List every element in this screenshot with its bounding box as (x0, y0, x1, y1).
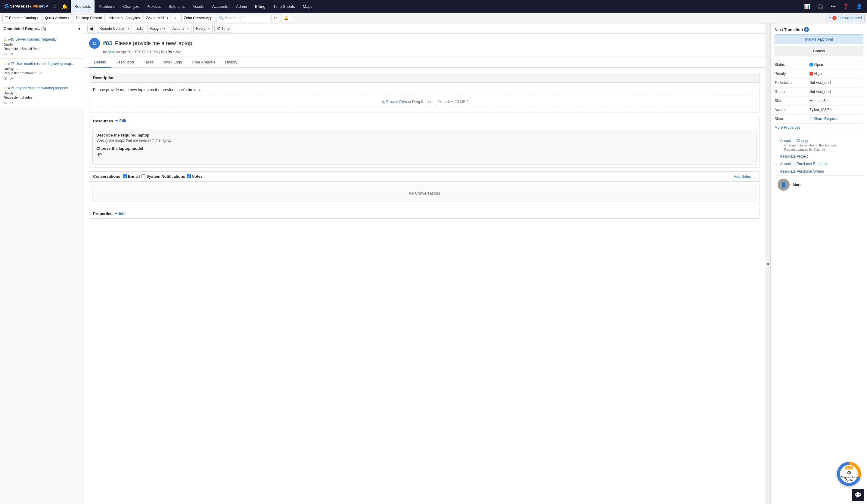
ticket-item-17[interactable]: ⚠ #17 User monitor is not displaying pro… (0, 59, 84, 83)
ticket-item-45[interactable]: ⚠ #45 Server crashes frequently DueBy : … (0, 34, 84, 59)
actions-btn[interactable]: Actions ▾ (170, 25, 191, 32)
email-filter-label[interactable]: E-mail (123, 174, 140, 179)
author-link[interactable]: Matt (108, 50, 115, 54)
nav-solutions[interactable]: Solutions (165, 0, 188, 13)
sort-icon[interactable]: ↕ (754, 174, 756, 179)
tab-history[interactable]: History (220, 57, 242, 68)
notification-icon[interactable]: 🔔 (59, 2, 70, 11)
prop-val-group: Not Assigned (810, 90, 831, 94)
resources-edit-link[interactable]: ✏ Edit (115, 119, 126, 123)
sys-notif-checkbox[interactable] (141, 174, 146, 178)
chart-icon[interactable]: 📊 (802, 2, 813, 11)
ticket-title-45: ⚠ #45 Server crashes frequently (3, 37, 81, 42)
app-logo[interactable]: S ServiceDesk PlusMSP (2, 3, 50, 10)
notes-filter-label[interactable]: Notes (187, 174, 203, 179)
search-box[interactable]: 🔍 (216, 14, 270, 22)
quick-actions-btn[interactable]: Quick Actions ▾ (42, 14, 72, 22)
assoc-change-link[interactable]: Associate Change (780, 139, 837, 143)
lifecycle-badge[interactable]: NEW ⚙ Request Life Cycle (837, 462, 861, 486)
file-drop-area[interactable]: 📎 Browse Files or Drag files here [ Max … (93, 96, 756, 108)
nav-billing[interactable]: Billing (251, 0, 269, 13)
search-input[interactable] (225, 16, 267, 20)
nav-problems[interactable]: Problems (95, 0, 119, 13)
tab-time-analysis[interactable]: Time Analysis (186, 57, 220, 68)
cancel-btn[interactable]: Cancel (774, 46, 864, 56)
timer-btn[interactable]: ⏱ Timer (214, 25, 233, 32)
conv-title: Conversations (93, 174, 120, 179)
sys-notif-filter-label[interactable]: System Notifications (141, 174, 185, 179)
properties-edit-link[interactable]: ✏ Edit (115, 211, 126, 216)
info-icon[interactable]: i (804, 27, 809, 32)
help-icon[interactable]: ❓ (841, 2, 851, 11)
tab-details[interactable]: Details (89, 57, 111, 68)
lifecycle-new-label: NEW (845, 466, 853, 469)
edit-btn[interactable]: Edit (133, 25, 146, 32)
grid-view-btn[interactable]: ⊞ (172, 14, 180, 22)
nav-projects[interactable]: Projects (143, 0, 164, 13)
ticket-actions-15: ✉ ↗ (3, 100, 81, 105)
nav-requests[interactable]: Requests (71, 0, 95, 13)
user-icon[interactable]: 👤 (854, 2, 865, 11)
bell-btn[interactable]: 🔔 (281, 14, 291, 22)
zoho-creator-btn[interactable]: Zoho Creator App (181, 14, 215, 22)
nav-accounts[interactable]: Accounts (208, 0, 232, 13)
prop-row-group: Group : Not Assigned (774, 88, 864, 97)
tab-tasks[interactable]: Tasks (139, 57, 158, 68)
assoc-purchase-requests-link[interactable]: Associate Purchase Requests (780, 162, 828, 166)
prop-val-technician: Not Assigned (810, 80, 831, 85)
email-checkbox[interactable] (123, 174, 127, 178)
link-icon-45[interactable]: ↗ (10, 52, 13, 56)
tab-worklogs[interactable]: Work Logs (158, 57, 186, 68)
assign-btn[interactable]: Assign ▾ (147, 25, 168, 32)
prop-key-account: Account (774, 108, 805, 112)
email-icon-17[interactable]: ✉ (3, 76, 7, 81)
tab-resolution[interactable]: Resolution (111, 57, 139, 68)
getting-started-btn[interactable]: ✏ 2 Getting Started (826, 14, 865, 22)
by-label: by (103, 50, 107, 54)
prop-key-status: Status (774, 63, 805, 67)
nav-maps[interactable]: Maps (299, 0, 316, 13)
instance-selector[interactable]: Zylker_MSP ▾ (143, 14, 170, 22)
center-panel: ◀ Remote Control ▾ Edit Assign ▾ Actions… (84, 23, 764, 504)
sync-btn[interactable]: ⟳ (271, 14, 280, 22)
notes-checkbox[interactable] (187, 174, 191, 178)
ticket-item-15[interactable]: ⚠ #15 Keyboard is not working properly D… (0, 83, 84, 107)
prop-val-site: Mumbai Site (810, 99, 830, 103)
collapse-panel-btn[interactable]: ◀ (764, 23, 771, 504)
nav-timesheets[interactable]: Time Sheets (270, 0, 299, 13)
prop-val-status: Open (810, 63, 823, 67)
nav-changes[interactable]: Changes (119, 0, 142, 13)
link-icon-15[interactable]: ↗ (10, 100, 13, 105)
prop-row-technician: Technician : Not Assigned (774, 78, 864, 88)
add-notes-btn[interactable]: Add Notes (734, 174, 751, 179)
initiate-approval-btn[interactable]: Initiate Approval (774, 34, 864, 44)
reply-btn[interactable]: Reply ▾ (193, 25, 213, 32)
more-icon[interactable]: ••• (828, 2, 838, 11)
advanced-analytics-btn[interactable]: Advanced Analytics (106, 14, 142, 22)
assoc-change: → Associate Change Change initiated due … (774, 137, 864, 153)
remote-control-btn[interactable]: Remote Control ▾ (97, 25, 132, 32)
link-icon-17[interactable]: ↗ (10, 76, 13, 81)
nav-admin[interactable]: Admin (233, 0, 251, 13)
assoc-project: → Associate Project (774, 153, 864, 160)
conv-header: Conversations E-mail System Notification… (89, 172, 760, 182)
desktop-central-btn[interactable]: Desktop Central (73, 14, 105, 22)
email-icon-45[interactable]: ✉ (3, 52, 7, 56)
assoc-project-link[interactable]: Associate Project (780, 154, 808, 158)
more-properties-link[interactable]: More Properties (774, 125, 864, 130)
assoc-purchase-orders: → Associate Purchase Orders (774, 168, 864, 175)
chat-button[interactable]: 💬 (852, 489, 864, 501)
request-meta: by Matt on Apr 20, 2020 08:31 PM | DueBy… (89, 50, 760, 54)
email-icon-15[interactable]: ✉ (3, 100, 7, 105)
assoc-purchase-orders-link[interactable]: Associate Purchase Orders (780, 169, 824, 174)
left-panel-header: Completed Reque... (3) ▾ (0, 23, 84, 34)
back-button[interactable]: ◀ (87, 25, 95, 32)
nav-assets[interactable]: Assets (189, 0, 208, 13)
home-icon[interactable]: ⌂ (51, 2, 59, 11)
headset-icon[interactable]: 🎧 (815, 2, 826, 11)
panel-dropdown-icon[interactable]: ▾ (78, 26, 81, 31)
browse-files-link[interactable]: Browse Files (386, 100, 407, 104)
catalog-btn[interactable]: ☰ Request Catalog ▾ (2, 14, 41, 22)
account-info-icon[interactable]: ℹ (830, 108, 832, 112)
prop-val-share[interactable]: ⊞ Share Request (810, 117, 838, 121)
